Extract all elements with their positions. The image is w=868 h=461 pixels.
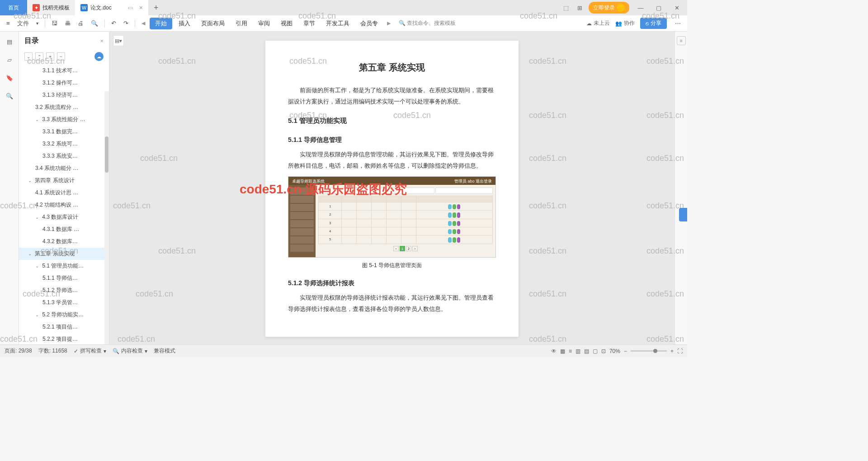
- redo-icon[interactable]: ↷: [121, 18, 131, 28]
- outline-item[interactable]: 4.2 功能结构设 …: [19, 199, 109, 211]
- nav-right-icon[interactable]: ▶: [384, 19, 393, 28]
- side-tab[interactable]: [679, 208, 687, 221]
- outline-icon[interactable]: ▤: [4, 36, 15, 47]
- outline-item[interactable]: ⌄ 5.1 管理员功能…: [19, 260, 109, 272]
- expand-all-icon[interactable]: ⌃: [35, 52, 43, 61]
- sync-icon[interactable]: ☁: [94, 52, 104, 61]
- outline-title: 目录: [24, 36, 39, 46]
- maximize-button[interactable]: ▢: [652, 1, 665, 14]
- paragraph: 实现管理员权限的导师信息管理功能，其运行效果见下图。管理员修改导师所教科目信息，…: [288, 149, 496, 171]
- outline-item[interactable]: 3.3.1 数据完…: [19, 126, 109, 138]
- right-panel: ≡: [675, 32, 687, 344]
- collapse-all-icon[interactable]: ⌄: [24, 52, 33, 61]
- zoom-slider[interactable]: [631, 350, 667, 352]
- fig-sys-user: 管理员 abo 退出登录: [454, 178, 492, 184]
- ribbon-tab-review[interactable]: 审阅: [254, 17, 274, 30]
- outline-item[interactable]: 4.3.2 数据库…: [19, 235, 109, 248]
- expand-panel-icon[interactable]: ≡: [677, 36, 686, 45]
- collab-button[interactable]: 👥 协作: [615, 19, 635, 27]
- preview-icon[interactable]: 🖨: [75, 18, 86, 28]
- minimize-button[interactable]: —: [634, 1, 647, 14]
- ribbon-tab-layout[interactable]: 页面布局: [197, 17, 229, 30]
- more-icon[interactable]: ⋯: [672, 18, 684, 28]
- outline-item[interactable]: 3.3.3 系统安…: [19, 150, 109, 162]
- cloud-status[interactable]: ☁ 未上云: [586, 19, 610, 27]
- scrollbar-thumb[interactable]: [105, 136, 108, 173]
- settings-icon[interactable]: ⊡: [601, 348, 606, 354]
- outline-item[interactable]: 3.2 系统流程分 …: [19, 101, 109, 113]
- share-button[interactable]: ⎋ 分享: [640, 18, 667, 29]
- titlebar: 首页 ✦ 找稻壳模板 W 论文.doc ▭ × + ⬚ ⊞ 立即登录 — ▢ ✕: [0, 0, 687, 15]
- outline-item[interactable]: ⌄ 4.3 数据库设计: [19, 211, 109, 223]
- add-icon[interactable]: +: [46, 52, 54, 61]
- ribbon-tab-start[interactable]: 开始: [150, 18, 172, 29]
- ribbon-tab-devtools[interactable]: 开发工具: [321, 17, 354, 30]
- outline-item[interactable]: 3.1.3 经济可…: [19, 89, 109, 101]
- outline-item[interactable]: ⌄ 3.3 系统性能分 …: [19, 113, 109, 126]
- close-button[interactable]: ✕: [670, 1, 684, 14]
- word-count[interactable]: 字数: 11658: [38, 347, 67, 355]
- paragraph: 实现管理员权限的导师选择统计报表功能，其运行效果见下图。管理员查看导师选择统计报…: [288, 292, 496, 315]
- outline-item[interactable]: 4.3.1 数据库 …: [19, 223, 109, 235]
- login-button[interactable]: 立即登录: [589, 2, 629, 14]
- separator: [104, 19, 105, 28]
- outline-item[interactable]: 3.1.2 操作可…: [19, 77, 109, 89]
- ribbon-tab-member[interactable]: 会员专: [356, 17, 382, 30]
- zoom-out-icon[interactable]: −: [624, 348, 627, 354]
- save-icon[interactable]: 🖫: [49, 18, 60, 28]
- outline-mode-icon[interactable]: ≡: [569, 348, 572, 354]
- content-check-button[interactable]: 🔍 内容检查 ▾: [113, 347, 147, 355]
- tab-home[interactable]: 首页: [0, 0, 27, 15]
- close-icon[interactable]: ×: [100, 38, 104, 44]
- chapter-title: 第五章 系统实现: [288, 59, 496, 76]
- eye-icon[interactable]: 👁: [551, 348, 557, 354]
- tab-document[interactable]: W 论文.doc ▭ ×: [75, 0, 148, 15]
- compat-mode[interactable]: 兼容模式: [154, 347, 175, 355]
- print-mode-icon[interactable]: ▤: [584, 348, 589, 354]
- window-mode-icon[interactable]: ▭: [128, 5, 133, 11]
- close-icon[interactable]: ×: [139, 4, 143, 11]
- outline-item[interactable]: 5.1.1 导师信…: [19, 272, 109, 284]
- apps-icon[interactable]: ⊞: [575, 3, 584, 12]
- ribbon-tab-view[interactable]: 视图: [276, 17, 297, 30]
- read-mode-icon[interactable]: ▦: [560, 348, 565, 354]
- ribbon-tab-references[interactable]: 引用: [231, 17, 252, 30]
- outline-item[interactable]: ⌄ 第五章 系统实现: [19, 248, 109, 260]
- outline-item[interactable]: ⌄ 5.2 导师功能实…: [19, 309, 109, 321]
- outline-item[interactable]: 3.3.2 系统可…: [19, 138, 109, 150]
- search-hint[interactable]: 🔍 查找命令、搜索模板: [399, 19, 456, 27]
- layout-icon[interactable]: ⬚: [561, 3, 571, 12]
- remove-icon[interactable]: −: [57, 52, 65, 61]
- spellcheck-button[interactable]: ✓ 拼写检查 ▾: [74, 347, 106, 355]
- outline-item[interactable]: 3.1.1 技术可…: [19, 65, 109, 77]
- page-nav-icon[interactable]: ▤▾: [113, 35, 124, 46]
- bookmark-icon[interactable]: 🔖: [4, 72, 15, 83]
- zoom-in-icon[interactable]: +: [670, 348, 674, 354]
- find-icon[interactable]: 🔍: [88, 18, 101, 28]
- tab-template[interactable]: ✦ 找稻壳模板: [27, 0, 75, 15]
- ribbon-tab-insert[interactable]: 插入: [174, 17, 195, 30]
- dropdown-icon[interactable]: ▾: [33, 19, 41, 28]
- page-indicator[interactable]: 页面: 29/38: [5, 347, 32, 355]
- print-icon[interactable]: 🖶: [62, 18, 73, 28]
- outline-item[interactable]: 4.1 系统设计思 …: [19, 187, 109, 199]
- outline-item[interactable]: 5.1.3 学员管…: [19, 296, 109, 309]
- outline-item[interactable]: 5.1.2 导师选…: [19, 284, 109, 296]
- undo-icon[interactable]: ↶: [108, 18, 119, 28]
- file-menu[interactable]: 文件: [14, 18, 32, 29]
- menu-icon[interactable]: ≡: [4, 18, 13, 28]
- outline-item[interactable]: 5.2.1 项目信…: [19, 321, 109, 333]
- web-mode-icon[interactable]: ▥: [576, 348, 580, 354]
- fit-icon[interactable]: ⛶: [677, 348, 683, 354]
- nav-left-icon[interactable]: ◀: [139, 19, 148, 28]
- ribbon-tab-chapter[interactable]: 章节: [299, 17, 320, 30]
- add-tab-button[interactable]: +: [148, 3, 164, 13]
- zoom-label[interactable]: 70%: [609, 348, 620, 354]
- page-icon[interactable]: ▱: [4, 54, 15, 65]
- outline-item[interactable]: 5.2.2 项目提…: [19, 333, 109, 344]
- outline-item[interactable]: ⌄ 第四章 系统设计: [19, 174, 109, 187]
- draft-mode-icon[interactable]: ▢: [593, 348, 598, 354]
- separator: [135, 19, 135, 28]
- search-icon[interactable]: 🔍: [4, 90, 15, 101]
- outline-item[interactable]: 3.4 系统功能分 …: [19, 162, 109, 174]
